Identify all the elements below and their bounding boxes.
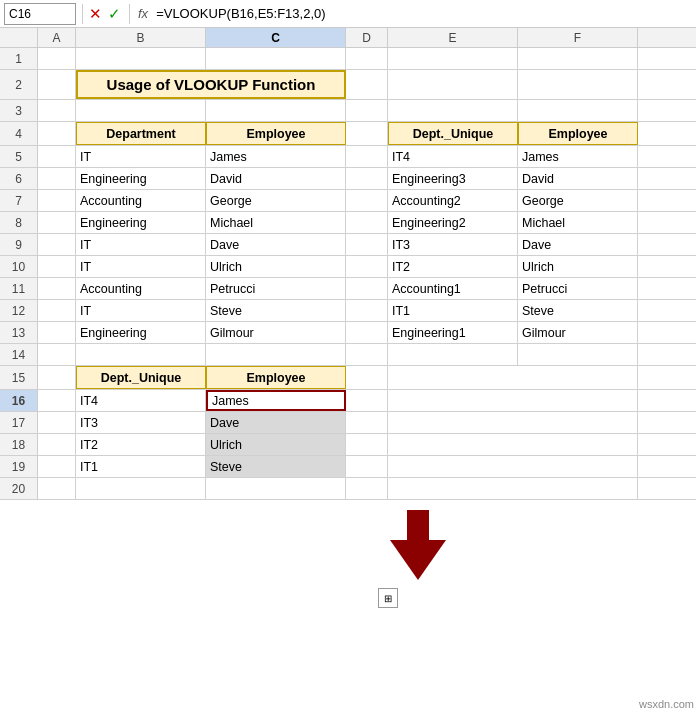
spreadsheet-grid: 1 2 Usage of VLOOKUP Function 3 4 Depart…: [0, 48, 696, 500]
cell-E2[interactable]: [388, 70, 518, 99]
cell-C16[interactable]: James: [206, 390, 346, 411]
cell-C19[interactable]: Steve: [206, 456, 346, 477]
cell-F4-header[interactable]: Employee: [518, 122, 638, 145]
cell-D1[interactable]: [346, 48, 388, 69]
cell-C15-header[interactable]: Employee: [206, 366, 346, 389]
cell-F10[interactable]: Ulrich: [518, 256, 638, 277]
cell-B3[interactable]: [76, 100, 206, 121]
cell-B7[interactable]: Accounting: [76, 190, 206, 211]
cell-E4-header[interactable]: Dept._Unique: [388, 122, 518, 145]
arrow-shaft: [407, 510, 429, 540]
cell-E5[interactable]: IT4: [388, 146, 518, 167]
cell-E3[interactable]: [388, 100, 518, 121]
row-16: 16 IT4 James: [0, 390, 696, 412]
down-arrow: [390, 510, 446, 580]
cell-F9[interactable]: Dave: [518, 234, 638, 255]
cell-B8[interactable]: Engineering: [76, 212, 206, 233]
paste-options-icon[interactable]: ⊞: [378, 588, 398, 608]
cell-F7[interactable]: George: [518, 190, 638, 211]
cell-A1[interactable]: [38, 48, 76, 69]
cell-D2[interactable]: [346, 70, 388, 99]
cell-E12[interactable]: IT1: [388, 300, 518, 321]
cell-C6[interactable]: David: [206, 168, 346, 189]
cancel-icon[interactable]: ✕: [89, 5, 102, 23]
col-header-B[interactable]: B: [76, 28, 206, 47]
cell-C5[interactable]: James: [206, 146, 346, 167]
cell-C18[interactable]: Ulrich: [206, 434, 346, 455]
col-header-D[interactable]: D: [346, 28, 388, 47]
col-header-C[interactable]: C: [206, 28, 346, 47]
cell-A2[interactable]: [38, 70, 76, 99]
cell-B13[interactable]: Engineering: [76, 322, 206, 343]
cell-A3[interactable]: [38, 100, 76, 121]
watermark: wsxdn.com: [639, 698, 694, 710]
cell-F1[interactable]: [518, 48, 638, 69]
row-7: 7 Accounting George Accounting2 George: [0, 190, 696, 212]
cell-C9[interactable]: Dave: [206, 234, 346, 255]
row-5: 5 IT James IT4 James: [0, 146, 696, 168]
cell-C12[interactable]: Steve: [206, 300, 346, 321]
cell-B11[interactable]: Accounting: [76, 278, 206, 299]
cell-F3[interactable]: [518, 100, 638, 121]
cell-E8[interactable]: Engineering2: [388, 212, 518, 233]
cell-C17[interactable]: Dave: [206, 412, 346, 433]
col-header-E[interactable]: E: [388, 28, 518, 47]
cell-B6[interactable]: Engineering: [76, 168, 206, 189]
row-19: 19 IT1 Steve: [0, 456, 696, 478]
cell-E13[interactable]: Engineering1: [388, 322, 518, 343]
cell-C13[interactable]: Gilmour: [206, 322, 346, 343]
cell-B1[interactable]: [76, 48, 206, 69]
cell-C4-header[interactable]: Employee: [206, 122, 346, 145]
row-18: 18 IT2 Ulrich: [0, 434, 696, 456]
corner-spacer: [0, 28, 38, 47]
cell-F2[interactable]: [518, 70, 638, 99]
cell-B10[interactable]: IT: [76, 256, 206, 277]
column-headers: A B C D E F: [0, 28, 696, 48]
formula-input[interactable]: [156, 6, 692, 21]
cell-F8[interactable]: Michael: [518, 212, 638, 233]
row-11: 11 Accounting Petrucci Accounting1 Petru…: [0, 278, 696, 300]
cell-F13[interactable]: Gilmour: [518, 322, 638, 343]
cell-B17[interactable]: IT3: [76, 412, 206, 433]
cell-B16[interactable]: IT4: [76, 390, 206, 411]
cell-C8[interactable]: Michael: [206, 212, 346, 233]
separator2: [129, 4, 130, 24]
row-9: 9 IT Dave IT3 Dave: [0, 234, 696, 256]
name-box[interactable]: C16: [4, 3, 76, 25]
cell-D4[interactable]: [346, 122, 388, 145]
cell-E11[interactable]: Accounting1: [388, 278, 518, 299]
cell-B5[interactable]: IT: [76, 146, 206, 167]
cell-B15-header[interactable]: Dept._Unique: [76, 366, 206, 389]
row-8: 8 Engineering Michael Engineering2 Micha…: [0, 212, 696, 234]
title-cell: Usage of VLOOKUP Function: [76, 70, 346, 99]
row-17: 17 IT3 Dave: [0, 412, 696, 434]
cell-F12[interactable]: Steve: [518, 300, 638, 321]
cell-E7[interactable]: Accounting2: [388, 190, 518, 211]
cell-C7[interactable]: George: [206, 190, 346, 211]
formula-bar: C16 ✕ ✓ fx: [0, 0, 696, 28]
cell-E6[interactable]: Engineering3: [388, 168, 518, 189]
cell-B18[interactable]: IT2: [76, 434, 206, 455]
cell-E9[interactable]: IT3: [388, 234, 518, 255]
cell-B9[interactable]: IT: [76, 234, 206, 255]
cell-E1[interactable]: [388, 48, 518, 69]
cell-A4[interactable]: [38, 122, 76, 145]
cell-C11[interactable]: Petrucci: [206, 278, 346, 299]
confirm-icon[interactable]: ✓: [108, 5, 121, 23]
cell-F6[interactable]: David: [518, 168, 638, 189]
cell-F11[interactable]: Petrucci: [518, 278, 638, 299]
cell-B12[interactable]: IT: [76, 300, 206, 321]
cell-C10[interactable]: Ulrich: [206, 256, 346, 277]
col-header-F[interactable]: F: [518, 28, 638, 47]
cell-B19[interactable]: IT1: [76, 456, 206, 477]
row-14: 14: [0, 344, 696, 366]
row-10: 10 IT Ulrich IT2 Ulrich: [0, 256, 696, 278]
row-15: 15 Dept._Unique Employee: [0, 366, 696, 390]
cell-E10[interactable]: IT2: [388, 256, 518, 277]
cell-F5[interactable]: James: [518, 146, 638, 167]
cell-D3[interactable]: [346, 100, 388, 121]
cell-C3[interactable]: [206, 100, 346, 121]
cell-C1[interactable]: [206, 48, 346, 69]
col-header-A[interactable]: A: [38, 28, 76, 47]
cell-B4-header[interactable]: Department: [76, 122, 206, 145]
